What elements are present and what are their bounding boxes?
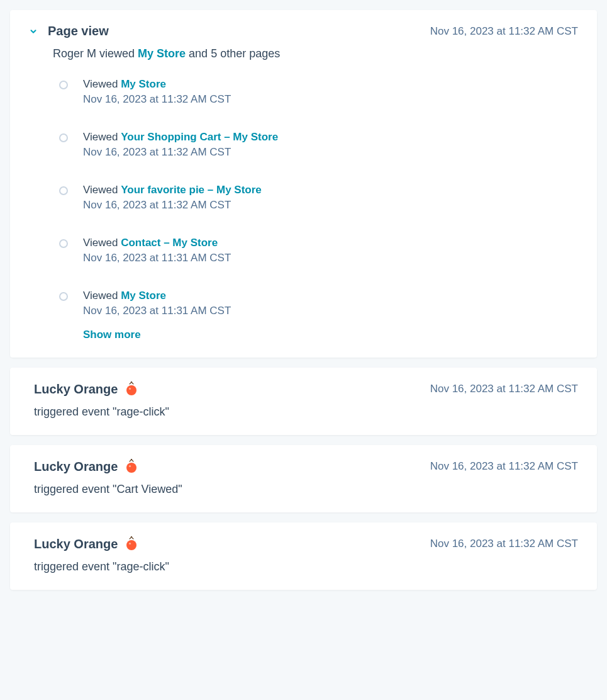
timeline-item-timestamp: Nov 16, 2023 at 11:31 AM CST (83, 252, 231, 264)
timeline-content: Viewed Your favorite pie – My Store Nov … (83, 184, 262, 212)
timeline-item: Viewed Your favorite pie – My Store Nov … (59, 184, 578, 237)
event-timestamp: Nov 16, 2023 at 11:32 AM CST (430, 538, 578, 550)
lucky-orange-icon (125, 381, 138, 397)
timeline-dot-icon (59, 133, 68, 142)
timeline-dot-icon (59, 186, 68, 195)
timeline-dot-icon (59, 81, 68, 89)
page-link[interactable]: Contact – My Store (121, 237, 218, 249)
lucky-orange-icon (125, 459, 138, 474)
svg-point-5 (129, 543, 131, 545)
event-description: triggered event "rage-click" (34, 560, 578, 573)
page-view-timeline: Viewed My Store Nov 16, 2023 at 11:32 AM… (59, 78, 578, 329)
page-view-summary: Roger M viewed My Store and 5 other page… (53, 47, 578, 60)
event-description: triggered event "rage-click" (34, 405, 578, 419)
viewed-prefix: Viewed (83, 78, 121, 90)
timeline-content: Viewed My Store Nov 16, 2023 at 11:32 AM… (83, 78, 231, 106)
summary-prefix: Roger M viewed (53, 47, 138, 60)
page-view-timestamp: Nov 16, 2023 at 11:32 AM CST (430, 25, 578, 38)
timeline-item-timestamp: Nov 16, 2023 at 11:32 AM CST (83, 93, 231, 106)
summary-link[interactable]: My Store (138, 47, 186, 60)
event-header: Lucky Orange Nov 16, 2023 at 11:32 AM CS… (34, 536, 578, 551)
timeline-viewed-line: Viewed Your favorite pie – My Store (83, 184, 262, 196)
page-view-card: Page view Nov 16, 2023 at 11:32 AM CST R… (10, 10, 597, 358)
timeline-item: Viewed Your Shopping Cart – My Store Nov… (59, 131, 578, 184)
svg-point-0 (126, 385, 136, 395)
chevron-down-icon[interactable] (29, 27, 38, 36)
svg-point-3 (129, 465, 131, 467)
timeline-item: Viewed My Store Nov 16, 2023 at 11:31 AM… (59, 290, 578, 329)
lucky-orange-icon (125, 536, 138, 551)
event-description: triggered event "Cart Viewed" (34, 483, 578, 496)
event-card: Lucky Orange Nov 16, 2023 at 11:32 AM CS… (10, 368, 597, 435)
page-view-title: Page view (48, 24, 109, 38)
timeline-viewed-line: Viewed My Store (83, 78, 231, 91)
event-title: Lucky Orange (34, 460, 118, 474)
event-header: Lucky Orange Nov 16, 2023 at 11:32 AM CS… (34, 381, 578, 397)
timeline-content: Viewed My Store Nov 16, 2023 at 11:31 AM… (83, 290, 231, 317)
event-title: Lucky Orange (34, 382, 118, 397)
timeline-dot-icon (59, 239, 68, 248)
page-view-header: Page view Nov 16, 2023 at 11:32 AM CST (29, 24, 578, 38)
event-timestamp: Nov 16, 2023 at 11:32 AM CST (430, 460, 578, 473)
timeline-item-timestamp: Nov 16, 2023 at 11:32 AM CST (83, 146, 278, 159)
timeline-content: Viewed Your Shopping Cart – My Store Nov… (83, 131, 278, 159)
timeline-item: Viewed My Store Nov 16, 2023 at 11:32 AM… (59, 78, 578, 131)
page-link[interactable]: Your favorite pie – My Store (121, 184, 262, 196)
summary-suffix: and 5 other pages (186, 47, 280, 60)
svg-point-4 (126, 540, 136, 550)
timeline-item-timestamp: Nov 16, 2023 at 11:31 AM CST (83, 305, 231, 317)
event-card: Lucky Orange Nov 16, 2023 at 11:32 AM CS… (10, 445, 597, 512)
timeline-item: Viewed Contact – My Store Nov 16, 2023 a… (59, 237, 578, 290)
page-link[interactable]: Your Shopping Cart – My Store (121, 131, 278, 143)
timeline-dot-icon (59, 292, 68, 301)
svg-point-2 (126, 463, 136, 473)
viewed-prefix: Viewed (83, 131, 121, 143)
viewed-prefix: Viewed (83, 184, 121, 196)
event-header: Lucky Orange Nov 16, 2023 at 11:32 AM CS… (34, 459, 578, 474)
show-more-button[interactable]: Show more (83, 329, 141, 341)
event-timestamp: Nov 16, 2023 at 11:32 AM CST (430, 383, 578, 395)
svg-point-1 (129, 388, 131, 390)
timeline-viewed-line: Viewed Your Shopping Cart – My Store (83, 131, 278, 144)
page-link[interactable]: My Store (121, 78, 166, 90)
viewed-prefix: Viewed (83, 290, 121, 302)
page-link[interactable]: My Store (121, 290, 166, 302)
event-title: Lucky Orange (34, 537, 118, 551)
viewed-prefix: Viewed (83, 237, 121, 249)
timeline-content: Viewed Contact – My Store Nov 16, 2023 a… (83, 237, 231, 264)
timeline-viewed-line: Viewed Contact – My Store (83, 237, 231, 249)
timeline-item-timestamp: Nov 16, 2023 at 11:32 AM CST (83, 199, 262, 212)
timeline-viewed-line: Viewed My Store (83, 290, 231, 302)
event-card: Lucky Orange Nov 16, 2023 at 11:32 AM CS… (10, 522, 597, 590)
